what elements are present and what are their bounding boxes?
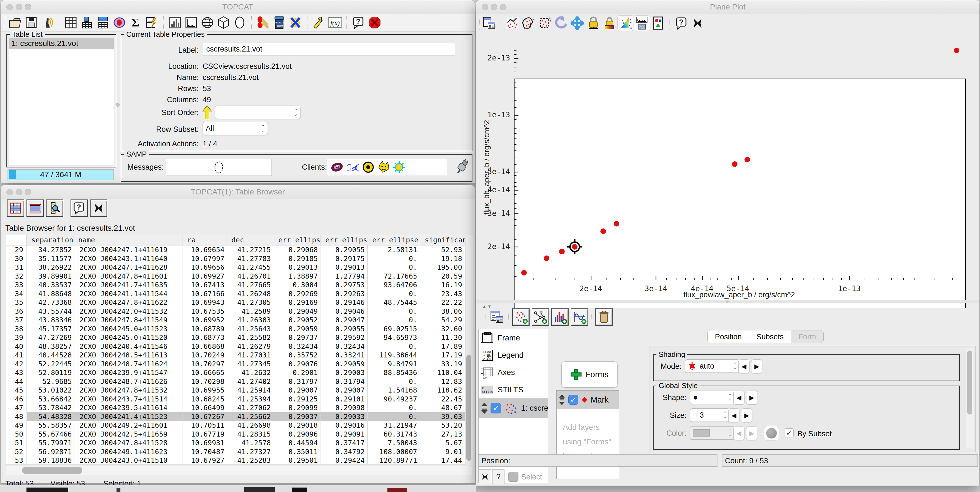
export-image-button[interactable] — [650, 16, 666, 31]
add-scatter-layer-button[interactable] — [512, 308, 530, 326]
crossmatch-button[interactable] — [287, 15, 304, 30]
table-row[interactable]: 3138.269222CXO J004247.1+41162810.696564… — [6, 263, 472, 272]
statistics-button[interactable]: Σ — [127, 15, 143, 30]
minimize-window-button[interactable] — [16, 4, 22, 10]
plot-titlebar[interactable]: Plane Plot — [476, 0, 980, 14]
close-window-button[interactable] — [6, 189, 13, 195]
minimize-window-button[interactable] — [16, 189, 22, 195]
mode-prev-button[interactable]: ◀ — [738, 359, 749, 373]
table-hscrollbar[interactable] — [6, 466, 473, 475]
table-row[interactable]: 4252.224452CXO J004248.7+41162410.702974… — [6, 360, 472, 368]
layer-list-item[interactable]: ✓ 1: cscre — [479, 398, 548, 418]
table-row[interactable]: 4854.483282CXO J004241.4+41152310.672674… — [6, 412, 472, 421]
table-list-item[interactable]: 1: cscresults.21.vot — [9, 38, 114, 49]
table-row[interactable]: 4352.801192CXO J004239.9+41154710.666654… — [6, 368, 472, 377]
rect-subset-button[interactable] — [537, 16, 553, 31]
shading-mode-combo[interactable]: auto ⌃⌄ — [685, 359, 740, 373]
shape-combo[interactable]: ● ⌃⌄ — [690, 390, 735, 404]
topcat-hub-client-icon[interactable] — [362, 161, 374, 173]
table-row[interactable]: 4955.583572CXO J004249.2+41160110.705114… — [6, 421, 472, 430]
cube-plot-button[interactable] — [215, 15, 232, 30]
stop-button[interactable] — [366, 15, 383, 30]
table-list[interactable]: 1: cscresults.21.vot — [9, 38, 114, 165]
lock-axes-button[interactable] — [585, 16, 601, 31]
table-row[interactable]: 3035.115772CXO J004243.1+41164010.679974… — [6, 254, 472, 263]
print-table-button[interactable] — [7, 200, 24, 217]
tree-item-legend[interactable]: OAa+Bb✕Cc Legend — [479, 347, 548, 364]
activation-table-button[interactable] — [143, 15, 160, 30]
function-button[interactable]: f(x) — [327, 15, 343, 30]
select-from-button[interactable]: SELECTFROM — [271, 15, 287, 30]
aux-shader-button[interactable] — [618, 16, 634, 31]
column-header[interactable]: ra — [183, 235, 227, 245]
save-button[interactable] — [23, 15, 39, 30]
size-prev-button[interactable]: ◀ — [728, 408, 740, 422]
zoom-window-button[interactable] — [25, 189, 31, 195]
close-window-button[interactable] — [6, 4, 13, 10]
hscrollbar-thumb[interactable] — [22, 467, 82, 474]
delete-layer-button[interactable] — [595, 308, 612, 326]
label-input[interactable]: cscresults.21.vot — [203, 43, 455, 56]
cat-client-icon[interactable] — [377, 161, 390, 173]
broadcast-icon[interactable] — [39, 15, 56, 30]
column-search-button[interactable] — [46, 200, 63, 217]
table-row[interactable]: 5256.928712CXO J004249.1+41162310.704874… — [6, 448, 472, 456]
split-divider-dot[interactable] — [116, 103, 119, 107]
color-combo[interactable]: ⌃⌄ — [690, 426, 735, 440]
tree-item-axes[interactable]: Xxx Axes — [479, 364, 548, 381]
close-icon[interactable] — [690, 16, 706, 31]
rewind-zoom-button[interactable] — [553, 16, 569, 31]
table-row[interactable]: 3239.899012CXO J004247.8+41160110.699274… — [6, 272, 472, 281]
plot-split-divider[interactable] — [476, 300, 980, 303]
column-header[interactable]: name — [74, 235, 183, 245]
open-button[interactable] — [7, 15, 23, 30]
table-row[interactable]: 5155.799712CXO J004247.8+41152810.699314… — [6, 438, 472, 448]
export-window-button[interactable] — [481, 16, 497, 31]
by-subset-checkbox[interactable]: ✓ — [784, 429, 794, 437]
samp-connect-icon[interactable] — [455, 159, 469, 176]
help-button[interactable]: ? — [70, 200, 88, 217]
size-next-button[interactable]: ▶ — [741, 408, 752, 422]
table-row[interactable]: 3743.833462CXO J004247.8+41154910.699524… — [6, 316, 472, 325]
activation-arrow-button[interactable] — [311, 15, 327, 30]
topcat-titlebar[interactable]: TOPCAT — [1, 0, 475, 14]
add-histogram-layer-button[interactable] — [551, 308, 569, 326]
mark-visible-checkbox[interactable]: ✓ — [568, 395, 578, 405]
vscrollbar-thumb[interactable] — [466, 355, 471, 461]
table-row[interactable]: 4653.668422CXO J004243.7+41151410.682454… — [6, 395, 472, 404]
color-prev-button[interactable]: ◀ — [733, 426, 745, 440]
sphere-plot-button[interactable] — [232, 15, 248, 30]
pan-button[interactable] — [569, 16, 585, 31]
help-button[interactable]: ? — [673, 16, 690, 31]
table-row[interactable]: 3340.335372CXO J004241.7+41163510.674134… — [6, 281, 472, 289]
table-row[interactable]: 5055.674662CXO J004242.5+41165910.677194… — [6, 430, 472, 439]
lock-aux-button[interactable] — [601, 16, 618, 31]
nav-help-button[interactable]: ? — [492, 470, 504, 484]
reorder-arrows-icon[interactable] — [481, 402, 488, 414]
layer-visible-checkbox[interactable]: ✓ — [490, 403, 501, 413]
forms-button[interactable]: Forms — [562, 361, 618, 387]
table-row[interactable]: 4753.784422CXO J004239.5+41161410.664994… — [6, 403, 472, 412]
define-subset-button[interactable] — [111, 15, 127, 30]
aladin-client-icon[interactable]: Aladin — [331, 162, 344, 173]
table-row[interactable]: 2934.278522CXO J004247.1+41161910.696544… — [6, 246, 472, 254]
style-panel-scrollbar[interactable] — [966, 348, 974, 449]
layer-control-button[interactable] — [489, 309, 505, 325]
column-header[interactable]: significance — [420, 235, 472, 245]
table-row[interactable]: 5359.188362CXO J004243.0+41151010.679274… — [6, 456, 472, 464]
table-row[interactable]: 4048.382572CXO J004240.4+41154610.668684… — [6, 342, 472, 351]
table-row[interactable]: 3542.733682CXO J004247.8+41162210.699434… — [6, 298, 472, 307]
plot-canvas[interactable] — [514, 79, 966, 313]
tab-subsets[interactable]: Subsets — [749, 330, 791, 343]
table-row[interactable]: 4452.96852CXO J004248.7+41162610.7029841… — [6, 377, 472, 386]
table-row[interactable]: 3643.557442CXO J004242.0+41153210.675354… — [6, 307, 472, 316]
close-icon[interactable] — [90, 200, 107, 217]
mode-next-button[interactable]: ▶ — [751, 359, 762, 373]
nav-close-button[interactable] — [479, 470, 491, 484]
column-header[interactable]: err_ellipse_ang — [368, 235, 420, 245]
help-button[interactable]: ? — [350, 15, 366, 30]
pair-match-button[interactable] — [255, 15, 271, 30]
column-header[interactable]: err_ellipse_r0 — [274, 235, 321, 245]
table-row[interactable]: 3441.886482CXO J004241.1+41154410.671664… — [6, 289, 472, 298]
table-vscrollbar[interactable] — [465, 235, 473, 465]
